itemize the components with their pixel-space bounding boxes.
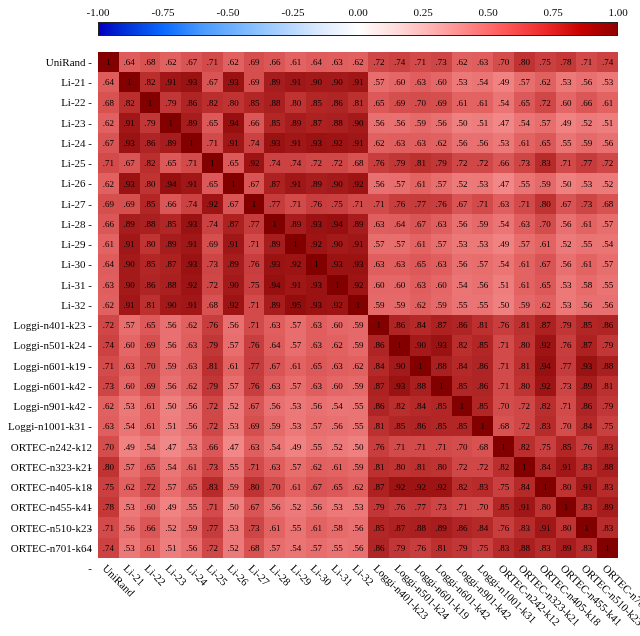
- heatmap-cell: .67: [244, 396, 265, 416]
- heatmap-cell: .57: [597, 214, 618, 234]
- heatmap-cell: .62: [368, 133, 389, 153]
- heatmap-cell: .74: [285, 153, 306, 173]
- heatmap-cell: .92: [223, 295, 244, 315]
- heatmap-cell: .89: [348, 214, 369, 234]
- heatmap-cell: .93: [348, 254, 369, 274]
- heatmap-cell: .63: [327, 52, 348, 72]
- heatmap-cell: .76: [556, 335, 577, 355]
- heatmap-cell: .53: [285, 416, 306, 436]
- heatmap-cell: .93: [306, 275, 327, 295]
- heatmap-cell: .56: [452, 254, 473, 274]
- heatmap-cell: .53: [348, 497, 369, 517]
- heatmap-cell: .64: [119, 52, 140, 72]
- heatmap-cell: .76: [493, 315, 514, 335]
- heatmap-cell: .79: [389, 153, 410, 173]
- heatmap-cell: .76: [410, 538, 431, 558]
- heatmap-cell: .59: [410, 113, 431, 133]
- heatmap-cell: .56: [597, 133, 618, 153]
- heatmap-cell: .91: [119, 295, 140, 315]
- heatmap-cell: .93: [181, 72, 202, 92]
- x-axis-label: Li-24: [184, 562, 210, 588]
- colorbar-tick: -0.25: [282, 6, 305, 18]
- heatmap-row: .74.53.61.51.56.72.52.68.57.54.57.55.56.…: [98, 538, 618, 558]
- heatmap-cell: .71: [410, 52, 431, 72]
- heatmap-cell: .71: [556, 153, 577, 173]
- heatmap-cell: .64: [98, 254, 119, 274]
- heatmap-cell: .85: [576, 315, 597, 335]
- heatmap-cell: .77: [202, 517, 223, 537]
- heatmap-cell: .90: [223, 275, 244, 295]
- heatmap-cell: .66: [264, 52, 285, 72]
- y-axis-label: Li-28 -: [6, 214, 92, 234]
- heatmap-cell: .81: [368, 457, 389, 477]
- heatmap-row: .62.93.80.94.91.651.67.87.91.89.90.92.56…: [98, 173, 618, 193]
- heatmap-cell: .62: [98, 173, 119, 193]
- heatmap-cell: .56: [431, 113, 452, 133]
- heatmap-cell: .74: [98, 538, 119, 558]
- heatmap-cell: .71: [98, 356, 119, 376]
- heatmap-cell: 1: [535, 477, 556, 497]
- heatmap-cell: .56: [597, 295, 618, 315]
- heatmap-cell: .91: [348, 133, 369, 153]
- heatmap-cell: .59: [535, 173, 556, 193]
- heatmap-cell: .70: [264, 477, 285, 497]
- heatmap-cell: .91: [285, 173, 306, 193]
- y-axis-label: Li-22 -: [6, 92, 92, 112]
- heatmap-cell: .61: [285, 356, 306, 376]
- heatmap-cell: .57: [119, 315, 140, 335]
- heatmap-cell: .93: [181, 254, 202, 274]
- x-axis-label: Li-30: [309, 562, 335, 588]
- heatmap-cell: .61: [535, 234, 556, 254]
- heatmap-cell: .83: [597, 517, 618, 537]
- heatmap-cell: .93: [181, 214, 202, 234]
- heatmap-cell: .74: [389, 52, 410, 72]
- heatmap-cell: .75: [493, 477, 514, 497]
- heatmap-cell: .70: [410, 92, 431, 112]
- heatmap-cell: .51: [160, 416, 181, 436]
- heatmap-cell: .63: [264, 457, 285, 477]
- heatmap-cell: 1: [264, 214, 285, 234]
- heatmap-cell: .59: [368, 295, 389, 315]
- heatmap-cell: .57: [285, 457, 306, 477]
- heatmap-cell: .76: [368, 436, 389, 456]
- heatmap-cell: .69: [140, 376, 161, 396]
- heatmap-cell: .62: [348, 356, 369, 376]
- heatmap-cell: .80: [535, 194, 556, 214]
- heatmap-cell: .54: [597, 234, 618, 254]
- heatmap-cell: .50: [348, 436, 369, 456]
- heatmap-cell: .63: [244, 436, 265, 456]
- heatmap-cell: .72: [368, 52, 389, 72]
- heatmap-cell: .73: [514, 153, 535, 173]
- heatmap-cell: .86: [368, 396, 389, 416]
- heatmap-cell: .74: [597, 52, 618, 72]
- heatmap-cell: .56: [181, 416, 202, 436]
- heatmap-cell: .80: [98, 457, 119, 477]
- y-axis-label: Li-25 -: [6, 153, 92, 173]
- heatmap-cell: .53: [556, 275, 577, 295]
- heatmap-cell: .57: [306, 538, 327, 558]
- heatmap-cell: .81: [410, 153, 431, 173]
- heatmap-cell: 1: [389, 335, 410, 355]
- heatmap-cell: .74: [98, 335, 119, 355]
- heatmap-cell: .87: [306, 113, 327, 133]
- heatmap-cell: .90: [306, 72, 327, 92]
- heatmap-cell: .76: [389, 194, 410, 214]
- heatmap-cell: .56: [389, 113, 410, 133]
- heatmap-cell: .93: [119, 173, 140, 193]
- colorbar: -1.00-0.75-0.50-0.250.000.250.500.751.00: [98, 8, 618, 44]
- heatmap-cell: .72: [452, 153, 473, 173]
- heatmap-cell: .62: [348, 52, 369, 72]
- heatmap-cell: .71: [202, 52, 223, 72]
- heatmap-cell: .65: [140, 315, 161, 335]
- heatmap-cell: .57: [285, 315, 306, 335]
- heatmap-cell: .66: [160, 194, 181, 214]
- heatmap-cell: .55: [306, 436, 327, 456]
- heatmap-cell: .88: [140, 214, 161, 234]
- heatmap-cell: .93: [264, 254, 285, 274]
- heatmap-cell: .69: [389, 92, 410, 112]
- heatmap-cell: .57: [119, 457, 140, 477]
- heatmap-cell: .62: [431, 133, 452, 153]
- heatmap-cell: .73: [556, 376, 577, 396]
- heatmap-cell: .64: [306, 52, 327, 72]
- heatmap-cell: .86: [452, 517, 473, 537]
